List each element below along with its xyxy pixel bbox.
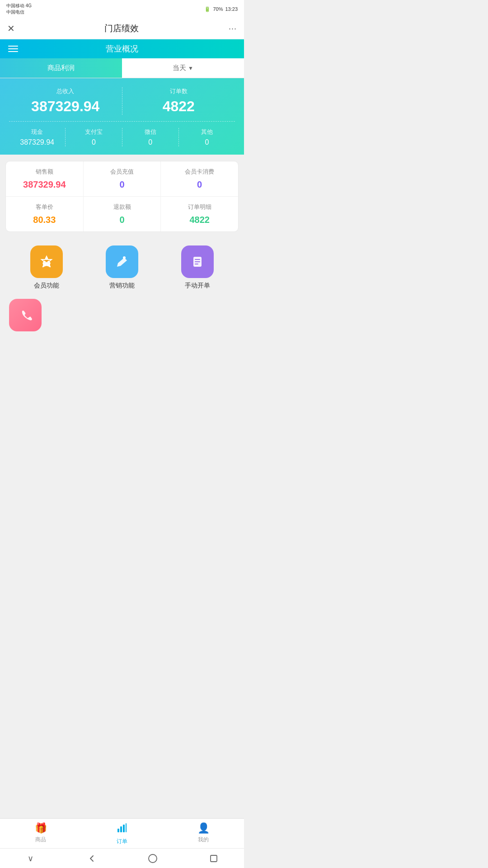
- payment-wechat: 微信 0: [122, 128, 179, 146]
- svg-rect-1: [43, 264, 50, 266]
- feature-label-manual-order: 手动开单: [185, 282, 210, 290]
- metrics-row-1: 销售额 387329.94 会员充值 0 会员卡消费 0: [6, 161, 238, 197]
- features-row2: [0, 294, 244, 331]
- page-title: 门店绩效: [104, 23, 139, 34]
- status-bar: 中国移动 4G 中国电信 🔋 70% 13:23: [0, 0, 244, 18]
- tab-product-profit[interactable]: 商品利润: [0, 58, 122, 78]
- stats-payment-methods: 现金 387329.94 支付宝 0 微信 0 其他 0: [9, 128, 235, 146]
- more-button[interactable]: ···: [229, 24, 237, 33]
- order-count-value: 4822: [122, 98, 235, 115]
- order-count-col: 订单数 4822: [122, 87, 235, 115]
- battery-icon: 🔋: [204, 6, 211, 12]
- metric-member-recharge: 会员充值 0: [84, 161, 161, 196]
- close-button[interactable]: ✕: [7, 23, 15, 34]
- time-display: 13:23: [225, 6, 238, 12]
- feature-icon-marketing: [106, 245, 138, 278]
- metric-refund: 退款额 0: [84, 197, 161, 231]
- metric-member-card-spend: 会员卡消费 0: [161, 161, 238, 196]
- feature-icon-member: [30, 245, 63, 278]
- chevron-down-icon: ▼: [188, 65, 193, 71]
- features-row: 会员功能 营销功能 手动开单: [0, 238, 244, 294]
- metrics-row-2: 客单价 80.33 退款额 0 订单明细 4822: [6, 197, 238, 231]
- feature-icon-phone: [9, 299, 42, 331]
- svg-point-2: [123, 256, 126, 259]
- feature-icon-manual-order: [181, 245, 214, 278]
- tab-row: 商品利润 当天 ▼: [0, 58, 244, 78]
- metric-sales: 销售额 387329.94: [6, 161, 84, 196]
- metric-avg-order: 客单价 80.33: [6, 197, 84, 231]
- feature-manual-order[interactable]: 手动开单: [181, 245, 214, 290]
- carrier-info: 中国移动 4G 中国电信: [6, 3, 32, 15]
- payment-other: 其他 0: [179, 128, 235, 146]
- feature-label-marketing: 营销功能: [109, 282, 135, 290]
- metric-order-detail: 订单明细 4822: [161, 197, 238, 231]
- metrics-card: 销售额 387329.94 会员充值 0 会员卡消费 0 客单价 80.33 退…: [5, 161, 239, 232]
- payment-cash: 现金 387329.94: [9, 128, 66, 146]
- tab-today[interactable]: 当天 ▼: [122, 58, 244, 78]
- payment-alipay: 支付宝 0: [66, 128, 122, 146]
- feature-label-member: 会员功能: [34, 282, 59, 290]
- feature-marketing[interactable]: 营销功能: [106, 245, 138, 290]
- status-right: 🔋 70% 13:23: [204, 6, 238, 12]
- stats-card: 总收入 387329.94 订单数 4822 现金 387329.94 支付宝 …: [0, 78, 244, 155]
- nav-header: 营业概况: [0, 39, 244, 58]
- nav-title: 营业概况: [106, 43, 138, 54]
- feature-phone[interactable]: [9, 299, 42, 331]
- svg-point-0: [45, 257, 48, 260]
- title-bar: ✕ 门店绩效 ···: [0, 18, 244, 39]
- total-revenue-label: 总收入: [9, 87, 122, 95]
- battery-level: 70%: [213, 6, 223, 12]
- feature-member[interactable]: 会员功能: [30, 245, 63, 290]
- total-revenue-value: 387329.94: [9, 98, 122, 115]
- stats-top: 总收入 387329.94 订单数 4822: [9, 87, 235, 122]
- total-revenue-col: 总收入 387329.94: [9, 87, 122, 115]
- order-count-label: 订单数: [122, 87, 235, 95]
- hamburger-menu[interactable]: [8, 46, 18, 52]
